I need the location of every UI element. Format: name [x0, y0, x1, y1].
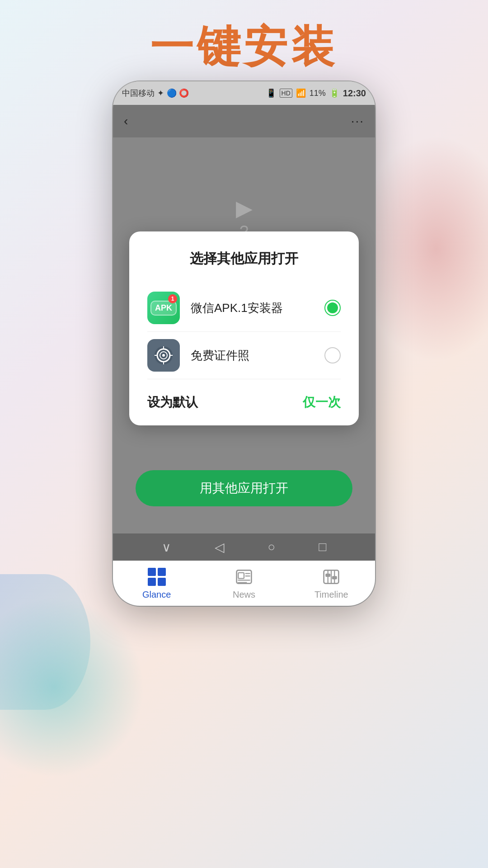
- svg-rect-14: [326, 574, 331, 577]
- svg-rect-15: [332, 576, 337, 579]
- grid-cell-1: [148, 568, 156, 576]
- sim-icon: 📱: [266, 88, 276, 98]
- tab-news[interactable]: News: [200, 567, 287, 600]
- android-nav-bar: ∨ ◁ ○ □: [113, 533, 375, 561]
- back-button[interactable]: ‹: [124, 114, 128, 128]
- bg-decoration-blue: [0, 574, 90, 710]
- phone-mockup: 中国移动 ✦ 🔵 ⭕ 📱 HD 📶 11% 🔋 12:30 ‹ ···: [113, 81, 375, 606]
- glance-icon: [147, 567, 167, 587]
- radio-inner-dot: [327, 302, 338, 313]
- tab-timeline[interactable]: Timeline: [288, 567, 375, 600]
- dialog-title: 选择其他应用打开: [147, 250, 341, 268]
- app-icons: 🔵 ⭕: [167, 88, 189, 98]
- app-tab-bar: Glance News: [113, 561, 375, 606]
- apk-app-name: 微信APK.1安装器: [191, 300, 324, 316]
- open-other-apps-label: 用其他应用打开: [200, 480, 288, 497]
- bg-decoration-pink: [357, 136, 488, 362]
- svg-rect-5: [238, 573, 244, 579]
- app-chooser-dialog: 选择其他应用打开 APK 1 微信APK.1安装器: [129, 231, 359, 425]
- battery-text: 11%: [310, 89, 326, 98]
- grid-cell-3: [148, 578, 156, 586]
- carrier-text: 中国移动: [122, 88, 155, 99]
- nav-home-circle[interactable]: ○: [267, 540, 275, 554]
- status-left: 中国移动 ✦ 🔵 ⭕: [122, 88, 189, 99]
- more-options-button[interactable]: ···: [351, 114, 364, 128]
- news-tab-label: News: [233, 590, 255, 600]
- svg-point-3: [162, 354, 165, 357]
- wifi-icon: 📶: [296, 88, 306, 98]
- status-bar: 中国移动 ✦ 🔵 ⭕ 📱 HD 📶 11% 🔋 12:30: [113, 81, 375, 105]
- radio-apk-selected[interactable]: [324, 300, 341, 316]
- grid-icon: [148, 568, 166, 586]
- battery-icon: 🔋: [329, 88, 339, 98]
- status-right: 📱 HD 📶 11% 🔋 12:30: [266, 88, 366, 99]
- app-item-camera[interactable]: 免费证件照: [147, 332, 341, 379]
- set-default-button[interactable]: 设为默认: [147, 394, 198, 411]
- app-item-apk[interactable]: APK 1 微信APK.1安装器: [147, 284, 341, 332]
- timeline-icon: [321, 567, 341, 587]
- apk-dot: 1: [168, 294, 177, 303]
- glance-tab-label: Glance: [142, 590, 171, 600]
- dialog-actions: 设为默认 仅一次: [147, 379, 341, 425]
- timeline-tab-label: Timeline: [314, 590, 348, 600]
- grid-cell-2: [158, 568, 166, 576]
- phone-frame: 中国移动 ✦ 🔵 ⭕ 📱 HD 📶 11% 🔋 12:30 ‹ ···: [113, 81, 375, 606]
- signal-icon: ✦: [157, 88, 164, 98]
- nav-recents-square[interactable]: □: [319, 540, 326, 554]
- clock: 12:30: [343, 88, 366, 99]
- news-icon: [234, 567, 254, 587]
- apk-app-icon: APK 1: [147, 292, 180, 324]
- phone-screen: ‹ ··· ▶ ? 选择其他应用打开 APK 1 微信APK.1安装器: [113, 105, 375, 606]
- tab-glance[interactable]: Glance: [113, 567, 200, 600]
- hero-title: 一键安装: [0, 18, 488, 77]
- nav-back-triangle[interactable]: ◁: [215, 540, 225, 555]
- hd-icon: HD: [280, 89, 292, 98]
- camera-app-icon: [147, 339, 180, 372]
- open-other-apps-button[interactable]: 用其他应用打开: [136, 470, 352, 506]
- radio-camera[interactable]: [324, 347, 341, 363]
- nav-chevron-down[interactable]: ∨: [162, 540, 171, 555]
- camera-app-name: 免费证件照: [191, 348, 324, 363]
- phone-nav-bar: ‹ ···: [113, 105, 375, 137]
- grid-cell-4: [158, 578, 166, 586]
- arrow-icon: ▶: [236, 195, 253, 221]
- just-once-button[interactable]: 仅一次: [303, 394, 341, 411]
